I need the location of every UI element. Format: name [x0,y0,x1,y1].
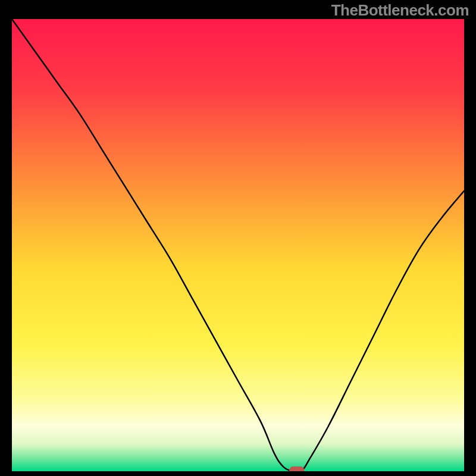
gradient-background [12,19,464,471]
optimum-marker [290,466,304,471]
watermark-text: TheBottleneck.com [331,1,469,20]
chart-svg [12,19,464,471]
chart-area [12,19,464,471]
